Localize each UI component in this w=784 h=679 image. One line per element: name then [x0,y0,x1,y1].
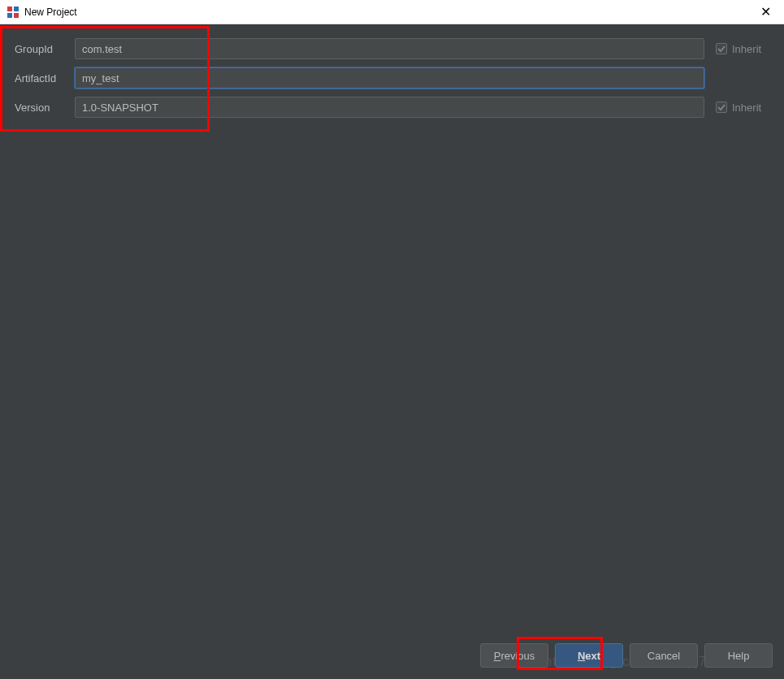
app-icon [6,6,19,19]
version-input[interactable] [75,97,704,118]
button-bar: Previous Next Cancel Help [480,643,773,668]
previous-button[interactable]: Previous [480,643,548,668]
version-inherit[interactable]: Inherit [716,102,773,114]
next-button[interactable]: Next [555,643,623,668]
svg-rect-2 [7,13,12,18]
close-icon[interactable]: ✕ [754,2,778,22]
inherit-label: Inherit [732,43,761,55]
artifactid-row: ArtifactId [11,67,773,89]
cancel-button[interactable]: Cancel [630,643,698,668]
form-area: GroupId Inherit ArtifactId Version [0,24,784,138]
artifactid-input[interactable] [75,67,704,89]
titlebar: New Project ✕ [0,0,784,24]
artifactid-label: ArtifactId [11,72,75,84]
svg-rect-3 [14,13,19,18]
groupid-label: GroupId [11,43,75,55]
groupid-input[interactable] [75,38,704,59]
checkbox-icon [716,102,727,113]
svg-rect-0 [7,6,12,11]
version-row: Version Inherit [11,96,773,119]
dialog-content: GroupId Inherit ArtifactId Version [0,24,784,679]
groupid-row: GroupId Inherit [11,37,773,60]
help-button[interactable]: Help [704,643,773,668]
checkbox-icon [716,43,727,54]
groupid-inherit[interactable]: Inherit [716,43,773,55]
version-label: Version [11,102,75,114]
window-title: New Project [24,6,754,18]
inherit-label: Inherit [732,102,761,114]
svg-rect-1 [14,6,19,11]
